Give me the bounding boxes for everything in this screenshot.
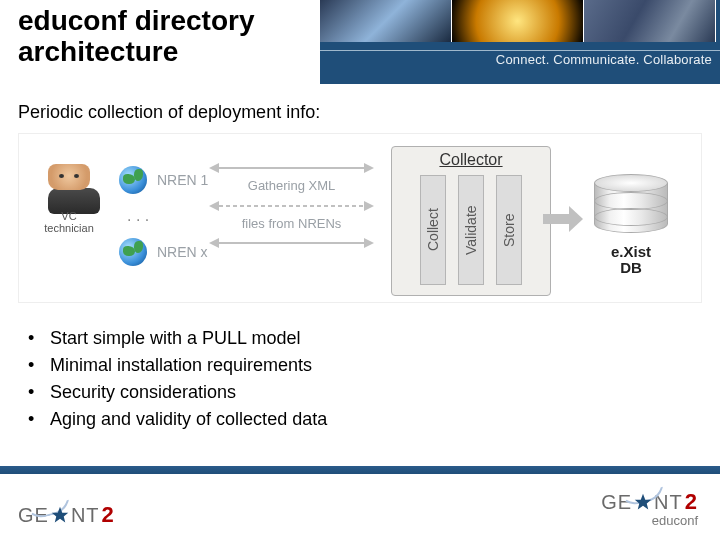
footer-band [0, 466, 720, 474]
slide-title: educonf directory architecture [18, 6, 318, 68]
ellipsis: . . . [119, 206, 149, 226]
vc-technician: VCtechnician [37, 164, 101, 234]
slide-title-area: educonf directory architecture [18, 6, 318, 68]
nren-label-1: NREN 1 [157, 172, 208, 188]
double-arrow-icon [209, 237, 374, 249]
subtitle: Periodic collection of deployment info: [18, 102, 320, 123]
collector-stages: Collect Validate Store [402, 175, 540, 285]
nren-row-x: NREN x [119, 234, 208, 270]
collector-box: Collector Collect Validate Store [391, 146, 551, 296]
bullet-item: •Minimal installation requirements [28, 355, 327, 376]
header-band: Connect. Communicate. Collaborate [320, 0, 720, 84]
db-label-l2: DB [620, 259, 642, 276]
db-label: e.Xist DB [581, 244, 681, 276]
header-image-3 [584, 0, 716, 42]
star-icon [634, 493, 652, 511]
globe-icon [119, 166, 147, 194]
bullet-text: Start simple with a PULL model [50, 328, 300, 349]
bullet-text: Minimal installation requirements [50, 355, 312, 376]
footer-logo-right: GENT2 educonf [601, 489, 698, 528]
header-images [320, 0, 720, 42]
bullet-item: •Aging and validity of collected data [28, 409, 327, 430]
nren-label-x: NREN x [157, 244, 208, 260]
geant-logo-text: GENT2 [601, 489, 698, 515]
store-arrow-icon [543, 206, 583, 232]
header-image-2 [452, 0, 584, 42]
globe-icon [119, 238, 147, 266]
stage-store: Store [496, 175, 522, 285]
logo-two: 2 [102, 502, 115, 528]
bullet-text: Aging and validity of collected data [50, 409, 327, 430]
header: educonf directory architecture Connect. … [0, 0, 720, 84]
stage-collect: Collect [420, 175, 446, 285]
bullet-item: •Security considerations [28, 382, 327, 403]
nren-list: NREN 1 . . . NREN x [119, 162, 208, 270]
bullet-text: Security considerations [50, 382, 236, 403]
nren-row-ellipsis: . . . [119, 198, 208, 234]
star-icon [51, 506, 69, 524]
footer-logo-left: GENT2 [18, 502, 115, 528]
double-arrow-icon [209, 162, 374, 174]
footer-sub: educonf [601, 513, 698, 528]
arrows-block: Gathering XML files from NRENs [209, 162, 374, 257]
collector-title: Collector [402, 151, 540, 169]
header-image-1 [320, 0, 452, 42]
db-label-l1: e.Xist [611, 243, 651, 260]
logo-two: 2 [685, 489, 698, 515]
nren-row-1: NREN 1 [119, 162, 208, 198]
bullet-list: •Start simple with a PULL model •Minimal… [28, 328, 327, 436]
double-arrow-dashed-icon [209, 200, 374, 212]
database-icon [594, 174, 668, 238]
gathering-text-l1: Gathering XML [209, 178, 374, 194]
tagline: Connect. Communicate. Collaborate [496, 52, 712, 67]
svg-marker-1 [635, 494, 652, 510]
gathering-text-l2: files from NRENs [209, 216, 374, 232]
footer: GENT2 GENT2 educonf [0, 466, 720, 540]
person-icon [48, 164, 90, 206]
technician-label: VCtechnician [37, 210, 101, 234]
tagline-divider [320, 50, 720, 51]
architecture-diagram: VCtechnician NREN 1 . . . NREN x Gatheri… [18, 133, 702, 303]
bullet-item: •Start simple with a PULL model [28, 328, 327, 349]
svg-marker-0 [52, 507, 69, 523]
stage-validate: Validate [458, 175, 484, 285]
exist-db: e.Xist DB [581, 174, 681, 276]
